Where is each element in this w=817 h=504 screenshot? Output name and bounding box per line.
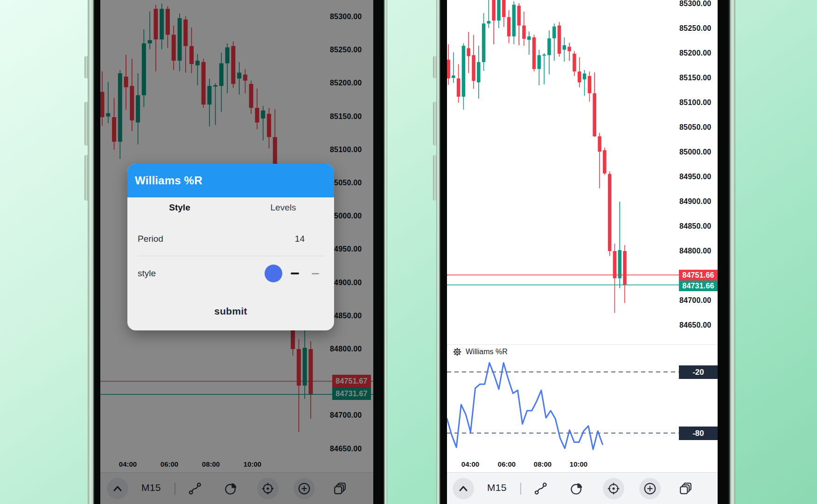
candle-body [457,78,461,97]
candle-body [603,150,607,174]
line-color-swatch[interactable] [265,265,282,282]
candle-body [527,36,531,40]
indicator-settings-gear-icon[interactable] [453,347,462,357]
candle-body [563,45,566,50]
level-badge-minus20: -20 [679,365,718,379]
period-value-field[interactable]: 14 [281,234,305,244]
line-style-thin-option[interactable] [312,273,319,274]
williams-r-line [447,363,602,449]
candle-body [492,0,496,21]
candle-body [517,6,521,25]
price-axis-label: 85250.00 [679,24,711,33]
candle-body [512,5,516,36]
candle-body [573,54,576,71]
price-axis-label: 84950.00 [679,173,711,181]
left-phone-screen: 85300.0085250.0085200.0085150.0085100.00… [100,0,373,504]
williams-r-settings-dialog: Williams %R Style Levels Period 14 style… [127,164,334,330]
candle-body [567,47,571,51]
candle-body [578,71,581,82]
indicator-pane-divider [447,344,718,345]
time-axis-label: 10:00 [570,460,587,468]
candle-body [482,23,486,62]
candle-body [502,0,506,17]
candle-body [462,46,466,97]
time-axis-label: 06:00 [498,460,516,468]
candle-body [613,251,617,278]
right-phone: 85300.0085250.0085200.0085150.0085100.00… [436,0,735,504]
candle-body [623,251,627,285]
candle-body [588,76,592,93]
candle-body [477,62,481,82]
indicator-pane-title: Williams %R [466,348,508,356]
layouts-icon[interactable] [679,482,693,496]
time-axis-label: 08:00 [534,460,552,468]
candle-body [467,48,470,56]
timeframe-button[interactable]: M15 [487,482,507,493]
candle-body [522,26,526,39]
price-axis-label: 84650.00 [679,321,711,329]
candle-body [618,250,621,278]
candle-body [507,17,511,36]
tab-levels[interactable]: Levels [251,203,316,213]
tab-style[interactable]: Style [147,203,212,213]
price-axis-label: 84800.00 [679,247,711,255]
time-axis-label: 04:00 [461,460,479,468]
bid-price-badge: 84731.66 [679,280,718,291]
dialog-divider [138,256,325,256]
chart-toolbar: M15 [447,472,718,504]
candlestick-chart[interactable] [447,0,718,504]
price-axis-label: 84850.00 [679,222,711,231]
phone-frame [436,0,440,504]
chevron-up-icon [458,484,469,493]
ask-price-badge: 84751.66 [679,270,718,280]
submit-button[interactable]: submit [127,306,334,317]
drawing-tools-icon[interactable] [534,482,548,496]
expand-toolbar-button[interactable] [453,478,474,499]
candle-body [598,136,601,152]
price-axis-label: 85000.00 [679,148,711,156]
candle-body [452,76,455,78]
price-axis-label: 85200.00 [679,49,711,57]
toolbar-divider [520,483,521,495]
right-phone-screen: 85300.0085250.0085200.0085150.0085100.00… [447,0,718,504]
price-axis-label: 85150.00 [679,74,711,82]
price-axis-label: 84900.00 [679,197,711,206]
period-label: Period [138,234,163,244]
price-axis-label: 85100.00 [679,98,711,107]
candle-body [583,73,587,79]
candle-body [472,55,475,81]
level-badge-minus80: -80 [679,427,718,440]
candle-body [447,60,450,78]
candle-body [497,0,501,21]
candle-body [542,55,546,56]
dialog-title: Williams %R [135,164,203,197]
candle-body [558,26,561,54]
candle-body [552,27,556,38]
candle-body [547,38,551,55]
style-label: style [138,268,156,279]
candle-body [608,174,612,251]
line-style-solid-option[interactable] [291,273,299,274]
crosshair-icon[interactable] [607,482,621,496]
left-phone: 85300.0085250.0085200.0085150.0085100.00… [88,0,387,504]
add-order-icon[interactable] [643,482,657,496]
candle-body [593,93,596,136]
price-axis-label: 85050.00 [679,123,711,132]
candle-body [538,55,541,69]
price-axis-label: 84700.00 [679,296,711,305]
candle-body [487,21,491,23]
indicators-icon[interactable] [570,482,584,496]
desktop-background: 85300.0085250.0085200.0085150.0085100.00… [0,0,817,504]
price-axis-label: 85300.00 [679,0,711,8]
phone-frame [88,0,93,504]
candle-body [532,37,536,69]
